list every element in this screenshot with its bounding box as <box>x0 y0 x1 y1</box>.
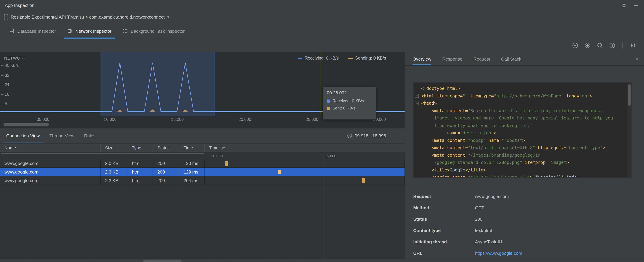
clock-icon <box>347 133 352 138</box>
zoom-to-selection-icon[interactable] <box>608 42 616 49</box>
chevron-down-icon[interactable]: ▾ <box>167 15 169 19</box>
code-scrollbar-thumb[interactable] <box>628 84 630 106</box>
timeline-tick: 15.000 <box>325 154 336 158</box>
code-content: <!doctype html><html itemscope="" itemty… <box>421 85 626 178</box>
legend-receiving: Receiving: 0 KB/s <box>298 56 338 60</box>
network-chart: NETWORK Receiving: 0 KB/s Sending: 0 KB/… <box>0 52 405 128</box>
tool-window-label: Services <box>264 261 280 262</box>
tool-window-button-app-quality-insights[interactable]: ◉App Quality Insights <box>208 260 255 262</box>
tool-window-label: Problems <box>94 261 112 262</box>
connection-table-body: 10.000 15.000 www.google.com 2.0 KB html… <box>0 152 405 258</box>
code-line: <meta content="Search the world's inform… <box>421 107 626 114</box>
code-fold-icon[interactable]: − <box>415 94 419 98</box>
network-inspector-panel: NETWORK Receiving: 0 KB/s Sending: 0 KB/… <box>0 52 405 258</box>
code-line: <html itemscope="" itemtype="http://sche… <box>421 92 626 100</box>
tooltip-sent: Sent: 0 KB/s <box>327 106 372 110</box>
close-details-icon[interactable]: ✕ <box>636 52 639 66</box>
chart-horizontal-scrollbar[interactable] <box>4 123 49 126</box>
sent-swatch-icon <box>327 106 330 110</box>
y-axis-tick: 8 <box>2 102 7 106</box>
titlebar-actions <box>620 2 639 9</box>
tool-window-button-services[interactable]: ◈Services <box>256 260 282 262</box>
column-header-time[interactable]: Time <box>179 144 204 152</box>
column-header-size[interactable]: Size <box>100 144 128 152</box>
hide-window-icon[interactable] <box>632 2 639 9</box>
column-header-type[interactable]: Type <box>128 144 153 152</box>
received-swatch-icon <box>327 99 330 102</box>
field-method: Method GET <box>413 204 637 212</box>
url-link[interactable]: https://www.google.com <box>475 250 522 257</box>
zoom-in-icon[interactable] <box>584 42 591 49</box>
tool-window-label: Run <box>50 261 58 262</box>
connection-table-header: Name Size Type Status Time Timeline <box>0 144 405 152</box>
legend-sending: Sending: 0 KB/s <box>348 56 386 60</box>
tab-request[interactable]: Request <box>473 52 490 66</box>
field-url: URL https://www.google.com <box>413 250 637 257</box>
tab-thread-view[interactable]: Thread View <box>44 128 80 143</box>
tab-connection-view[interactable]: Connection View <box>2 128 44 143</box>
column-header-name[interactable]: Name <box>0 144 100 152</box>
tool-window-button-version-control[interactable]: ◆Version Control <box>3 260 41 262</box>
code-line: <meta content="text/html; charset=UTF-8"… <box>421 144 626 151</box>
code-fold-icon[interactable]: − <box>415 102 419 105</box>
database-icon <box>9 28 14 34</box>
x-axis-tick: 05.000 <box>37 117 49 122</box>
tooltip-time: 00:26.092 <box>327 90 372 95</box>
process-selector[interactable]: Resizable Experimental API Tiramisu > co… <box>11 14 164 20</box>
tab-rules[interactable]: Rules <box>79 128 100 143</box>
tool-window-button-build[interactable]: ◪Build <box>284 260 304 262</box>
connection-row[interactable]: www.google.com 2.3 KB html 200 204 ms <box>0 176 405 185</box>
column-header-status[interactable]: Status <box>153 144 179 152</box>
attach-to-live-icon[interactable] <box>629 42 636 49</box>
titlebar: App Inspection <box>0 0 644 11</box>
table-horizontal-scrollbar[interactable] <box>1 153 204 154</box>
tool-window-button-todo[interactable]: ▤TODO <box>62 260 84 262</box>
response-preview-editor[interactable]: − − <!doctype html><html itemscope="" it… <box>413 82 632 178</box>
request-timeline-marker <box>225 161 228 166</box>
code-line: name="description"> <box>421 129 626 136</box>
code-line: <title>Google</title> <box>421 166 626 174</box>
build-icon: ◪ <box>286 261 290 262</box>
tool-window-label: TODO <box>70 261 82 262</box>
chart-title: NETWORK <box>4 56 26 60</box>
connection-details-panel: Overview Response Request Call Stack ✕ −… <box>405 52 644 258</box>
tool-window-button-run[interactable]: ▶Run <box>42 260 60 262</box>
settings-gear-icon[interactable] <box>620 2 628 9</box>
reset-zoom-icon[interactable] <box>596 42 604 49</box>
tab-network-inspector[interactable]: Network Inspector <box>62 24 117 38</box>
code-line: <meta content="noodp" name="robots"> <box>421 136 626 144</box>
column-header-timeline[interactable]: Timeline <box>204 144 405 152</box>
tool-window-button-logcat[interactable]: ▤Logcat <box>183 260 206 262</box>
inspector-tab-bar: Database Inspector Network Inspector Bac… <box>0 24 644 39</box>
tool-window-button-app-inspection[interactable]: ▦App Inspection <box>143 260 182 262</box>
tool-window-button-profiler[interactable]: ◔Profiler <box>305 260 328 262</box>
code-line: <!doctype html> <box>421 85 626 92</box>
todo-icon: ▤ <box>64 261 68 262</box>
tab-background-task-inspector[interactable]: Background Task Inspector <box>117 24 190 38</box>
code-line: /googleg_standard_color_128dp.png" itemp… <box>421 159 626 166</box>
tab-label: Database Inspector <box>17 28 56 34</box>
tool-window-button-terminal[interactable]: ▭Terminal <box>116 260 142 262</box>
tab-call-stack[interactable]: Call Stack <box>501 52 521 66</box>
tab-database-inspector[interactable]: Database Inspector <box>4 24 62 38</box>
tab-response[interactable]: Response <box>442 52 462 66</box>
tool-window-button-problems[interactable]: ▲Problems <box>86 260 114 262</box>
code-line: find exactly what you're looking for." <box>421 122 626 129</box>
field-initiating-thread: Initiating thread AsyncTask #1 <box>413 238 637 246</box>
request-timeline-marker <box>362 178 365 183</box>
zoom-out-icon[interactable] <box>571 42 579 49</box>
x-axis-tick: 20.000 <box>238 117 251 122</box>
task-list-icon <box>122 28 128 34</box>
app-inspection-window: App Inspection Resizable Experimental AP… <box>0 0 644 262</box>
process-selector-bar: Resizable Experimental API Tiramisu > co… <box>0 11 644 24</box>
tab-overview[interactable]: Overview <box>412 52 431 66</box>
chart-range-selection[interactable] <box>100 52 215 116</box>
connection-row-selected[interactable]: www.google.com 2.3 KB html 200 129 ms <box>0 168 405 176</box>
timeline-axis-row: 10.000 15.000 <box>0 152 405 159</box>
connection-row[interactable]: www.google.com 2.0 KB html 200 130 ms <box>0 159 405 168</box>
tool-window-label: Version Control <box>10 261 38 262</box>
toolbar-separator <box>622 42 623 48</box>
code-line: <head> <box>421 100 626 107</box>
window-title: App Inspection <box>5 3 34 8</box>
chart-tooltip: 00:26.092 Received: 0 KB/s Sent: 0 KB/s <box>323 87 376 120</box>
